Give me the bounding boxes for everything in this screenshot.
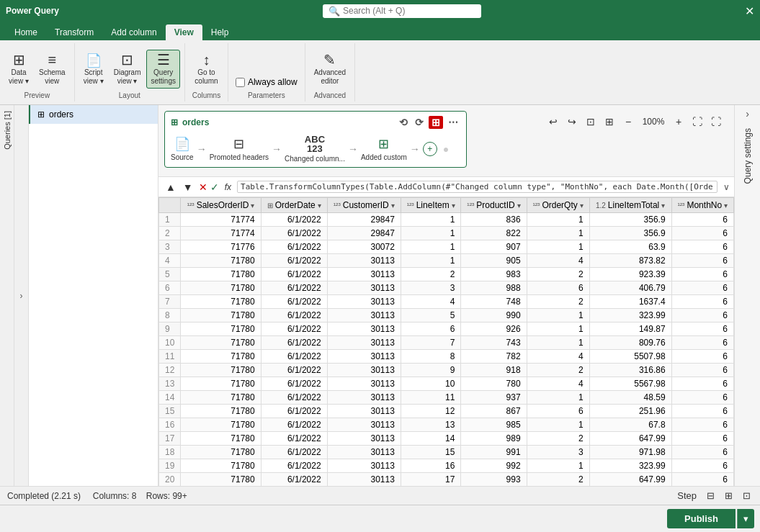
query-settings-button[interactable]: ☰ Querysettings [146,50,179,89]
filter-icon-orderqty[interactable]: ▾ [580,202,584,209]
goto-column-button[interactable]: ↕ Go tocolumn [190,50,222,89]
cell-monthno: 6 [671,281,733,295]
search-icon: 🔍 [328,6,340,17]
step-changed[interactable]: ABC123 Changed column... [285,135,345,163]
publish-button[interactable]: Publish [667,509,736,528]
row-number: 5 [159,268,181,281]
cell-lineitem: 2 [401,268,461,281]
schema-view-button[interactable]: ≡ Schemaview [35,50,70,89]
cell-productid: 780 [461,377,527,391]
step-promoted[interactable]: ⊟ Promoted headers [210,136,269,161]
data-view-button[interactable]: ⊞ Dataview ▾ [4,50,33,89]
grid-button[interactable]: ⊞ [602,114,617,130]
row-number: 16 [159,418,181,432]
app-title: Power Query [6,6,59,16]
publish-dropdown-button[interactable]: ▾ [737,509,754,528]
script-view-button[interactable]: 📄 Scriptview ▾ [79,51,108,89]
query-settings-label[interactable]: Query settings [743,122,753,189]
cell-productid: 743 [461,336,527,350]
diagram-more-icon[interactable]: ⋯ [446,116,460,129]
redo-button[interactable]: ↪ [564,114,580,130]
right-collapse-icon[interactable]: › [743,105,752,122]
cell-orderqty: 6 [527,281,589,295]
cell-orderdate: 6/1/2022 [261,295,327,309]
cell-customerid: 30113 [327,446,401,459]
cell-productid: 918 [461,364,527,377]
query-item-orders[interactable]: ⊞ orders [29,105,158,124]
type-icon-orderqty: ¹²³ [532,202,540,209]
status-left: Completed (2.21 s) Columns: 8 Rows: 99+ [7,491,187,501]
table-row: 18717806/1/202230113159913971.986 [159,446,734,459]
cell-lineitemtotal: 5507.98 [589,350,671,364]
undo-button[interactable]: ↩ [545,114,561,130]
tab-addcolumn[interactable]: Add column [102,24,165,40]
tab-transform[interactable]: Transform [46,24,102,40]
tab-view[interactable]: View [166,24,202,40]
ribbon-group-advanced: ✎ Advancededitor Advanced [305,43,355,102]
filter-icon-orderdate[interactable]: ▾ [318,202,321,209]
step-added[interactable]: ⊞ Added custom [361,136,407,161]
formula-confirm-button[interactable]: ✓ [210,181,219,193]
params-content: Always allow [233,43,300,90]
zoom-out-button[interactable]: − [620,114,636,130]
fit-button[interactable]: ⊡ [583,114,599,130]
add-step-button[interactable]: + [423,142,437,156]
fit-view-button[interactable]: ⛶ [689,114,705,130]
diagram-expand-icon[interactable]: ⟳ [413,116,426,129]
status-icon-3[interactable]: ⊞ [723,490,735,502]
col-label-productid: ProductID [476,200,514,210]
diagram-wrapper: ⊞ orders ⟲ ⟳ ⊞ ⋯ 📄 Source [164,111,728,168]
status-icon-2[interactable]: ⊟ [705,490,717,502]
filter-icon-lineitem[interactable]: ▾ [452,202,455,209]
expand-view-button[interactable]: ⛶ [708,114,724,130]
cell-productid: 989 [461,432,527,446]
formula-cancel-button[interactable]: ✕ [199,181,207,193]
tab-help[interactable]: Help [202,24,238,40]
filter-icon-lineitemtotal[interactable]: ▾ [661,202,665,209]
diagram-grid-icon[interactable]: ⊞ [429,116,443,129]
zoom-in-button[interactable]: + [671,114,687,130]
tab-home[interactable]: Home [6,24,46,40]
step-source[interactable]: 📄 Source [171,136,194,161]
cell-orderdate: 6/1/2022 [261,418,327,432]
always-allow-checkbox[interactable] [236,78,245,87]
cell-lineitem: 8 [401,350,461,364]
search-input[interactable] [343,6,458,16]
advanced-editor-button[interactable]: ✎ Advancededitor [310,50,350,89]
diagram-view-button[interactable]: ⊡ Diagramview ▾ [109,50,146,89]
formula-expand-button[interactable]: ∨ [723,182,730,192]
cell-lineitemtotal: 323.99 [589,309,671,323]
formula-nav-up[interactable]: ▲ [163,181,179,194]
formula-nav-down[interactable]: ▼ [180,181,196,194]
cell-customerid: 30113 [327,364,401,377]
status-icon-4[interactable]: ⊡ [741,490,753,502]
cell-orderdate: 6/1/2022 [261,473,327,487]
cell-productid: 990 [461,309,527,323]
query-settings-icon: ☰ [157,53,170,67]
columns-buttons: ↕ Go tocolumn [190,43,222,90]
step-label[interactable]: Step [675,490,699,502]
columns-count: Columns: 8 [93,491,137,501]
col-header-productid: ¹²³ ProductID ▾ [461,198,527,213]
left-collapse-button[interactable]: › [14,105,29,486]
cell-lineitemtotal: 1637.4 [589,295,671,309]
cell-orderdate: 6/1/2022 [261,391,327,405]
close-button[interactable]: ✕ [745,4,754,18]
diagram-share-icon[interactable]: ⟲ [397,116,410,129]
cell-customerid: 30113 [327,281,401,295]
cell-salesorderid: 71774 [181,213,261,227]
search-box[interactable]: 🔍 [323,4,481,18]
filter-icon-monthno[interactable]: ▾ [724,202,728,209]
filter-icon-customerid[interactable]: ▾ [391,202,395,209]
filter-icon-salesorderid[interactable]: ▾ [251,202,254,209]
ribbon-group-layout: 📄 Scriptview ▾ ⊡ Diagramview ▾ ☰ Queryse… [75,43,185,102]
type-icon-customerid: ¹²³ [334,202,341,209]
cell-lineitem: 12 [401,405,461,418]
main-area: Queries [1] › ⊞ orders ⊞ orders ⟲ ⟳ [0,105,760,486]
add-step-icon: + [427,144,432,154]
filter-icon-productid[interactable]: ▾ [517,202,521,209]
cell-customerid: 30113 [327,295,401,309]
cell-orderqty: 2 [527,268,589,281]
diagram-card-orders: ⊞ orders ⟲ ⟳ ⊞ ⋯ 📄 Source [164,111,467,168]
formula-input[interactable] [237,181,717,193]
